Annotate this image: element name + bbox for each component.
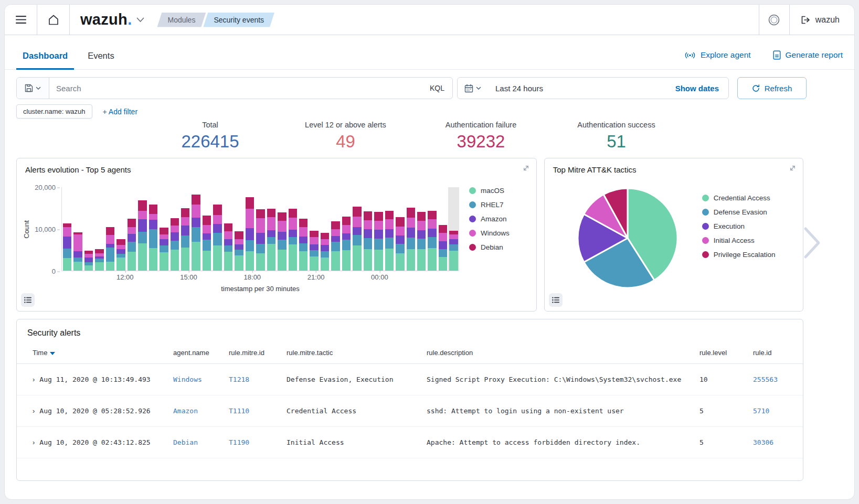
legend-item-credential-access[interactable]: Credential Access bbox=[702, 191, 776, 205]
bar-1[interactable] bbox=[72, 187, 83, 271]
quick-select-button[interactable] bbox=[458, 78, 488, 99]
bar-34[interactable] bbox=[427, 187, 437, 271]
legend-item-rhel7[interactable]: RHEL7 bbox=[469, 198, 510, 212]
legend-item-initial-access[interactable]: Initial Access bbox=[702, 233, 776, 248]
expand-icon[interactable] bbox=[522, 164, 530, 174]
bar-17[interactable] bbox=[245, 187, 255, 271]
refresh-button[interactable]: Refresh bbox=[737, 77, 807, 99]
bar-3[interactable] bbox=[94, 187, 104, 271]
bar-19[interactable] bbox=[266, 187, 277, 271]
column-header-agent-name[interactable]: agent.name bbox=[169, 342, 225, 364]
bar-26[interactable] bbox=[341, 187, 352, 271]
kql-toggle[interactable]: KQL bbox=[422, 78, 452, 99]
bar-20[interactable] bbox=[277, 187, 287, 271]
expand-icon[interactable] bbox=[789, 164, 797, 174]
expand-row-icon[interactable]: › bbox=[33, 438, 35, 446]
bar-15[interactable] bbox=[223, 187, 234, 271]
agent-name-link[interactable]: Windows bbox=[173, 376, 202, 383]
tab-events[interactable]: Events bbox=[81, 51, 120, 69]
bar-14[interactable] bbox=[212, 187, 222, 271]
legend-item-windows[interactable]: Windows bbox=[469, 226, 510, 240]
explore-agent-button[interactable]: Explore agent bbox=[684, 50, 751, 60]
alert-row[interactable]: ›Aug 11, 2020 @ 10:13:49.493WindowsT1218… bbox=[17, 364, 803, 395]
bar-24[interactable] bbox=[320, 187, 330, 271]
bar-27[interactable] bbox=[352, 187, 362, 271]
home-button[interactable] bbox=[37, 5, 70, 35]
wazuh-logo[interactable]: wazuh. bbox=[70, 5, 151, 35]
rule-id-link[interactable]: 30306 bbox=[753, 438, 773, 446]
bar-36[interactable] bbox=[448, 187, 459, 271]
chevron-down-icon[interactable] bbox=[136, 17, 144, 23]
bar-18[interactable] bbox=[255, 187, 266, 271]
agent-name-link[interactable]: Amazon bbox=[173, 407, 198, 415]
column-header-rule-mitre-id[interactable]: rule.mitre.id bbox=[225, 342, 282, 364]
legend-item-execution[interactable]: Execution bbox=[702, 219, 776, 233]
rule-mitre-id-link[interactable]: T1190 bbox=[229, 438, 249, 446]
bar-12[interactable] bbox=[190, 187, 201, 271]
pie-chart[interactable] bbox=[575, 186, 680, 291]
bar-31[interactable] bbox=[395, 187, 405, 271]
add-filter-button[interactable]: + Add filter bbox=[103, 108, 138, 116]
bar-0[interactable] bbox=[62, 187, 72, 271]
bar-25[interactable] bbox=[330, 187, 341, 271]
breadcrumb-modules[interactable]: Modules bbox=[157, 13, 206, 27]
generate-report-button[interactable]: Generate report bbox=[773, 50, 843, 60]
show-dates-button[interactable]: Show dates bbox=[666, 78, 728, 99]
bar-2[interactable] bbox=[83, 187, 94, 271]
bar-10[interactable] bbox=[169, 187, 180, 271]
column-header-time[interactable]: Time bbox=[17, 342, 169, 364]
bar-33[interactable] bbox=[416, 187, 427, 271]
bar-7[interactable] bbox=[137, 187, 147, 271]
legend-item-privilege-escalation[interactable]: Privilege Escalation bbox=[702, 248, 776, 262]
tab-dashboard[interactable]: Dashboard bbox=[16, 51, 74, 69]
column-header-rule-id[interactable]: rule.id bbox=[749, 342, 803, 364]
legend-item-debian[interactable]: Debian bbox=[469, 240, 510, 254]
rule-id-link[interactable]: 255563 bbox=[753, 376, 778, 383]
legend-item-amazon[interactable]: Amazon bbox=[469, 212, 510, 226]
rule-id-link[interactable]: 5710 bbox=[753, 407, 769, 415]
bar-segment-rhel7 bbox=[374, 239, 383, 250]
expand-row-icon[interactable]: › bbox=[33, 376, 35, 383]
legend-label: Windows bbox=[481, 229, 510, 237]
stat-level-12-or-above-alerts: Level 12 or above alerts49 bbox=[278, 121, 413, 152]
bar-29[interactable] bbox=[373, 187, 384, 271]
time-range-value[interactable]: Last 24 hours bbox=[488, 78, 666, 99]
filter-pill[interactable]: cluster.name: wazuh bbox=[16, 104, 92, 119]
column-header-rule-description[interactable]: rule.description bbox=[422, 342, 695, 364]
rule-mitre-id-link[interactable]: T1218 bbox=[229, 376, 249, 383]
agent-name-link[interactable]: Debian bbox=[173, 438, 198, 446]
bar-23[interactable] bbox=[309, 187, 319, 271]
expand-row-icon[interactable]: › bbox=[33, 407, 35, 415]
bar-21[interactable] bbox=[288, 187, 298, 271]
account-menu[interactable]: wazuh bbox=[789, 5, 854, 35]
bar-8[interactable] bbox=[148, 187, 158, 271]
search-input[interactable]: Search bbox=[49, 78, 422, 99]
legend-item-macos[interactable]: macOS bbox=[469, 184, 510, 198]
bar-4[interactable] bbox=[105, 187, 115, 271]
bar-28[interactable] bbox=[363, 187, 373, 271]
legend-toggle-button[interactable] bbox=[21, 293, 35, 307]
next-visualizations-button[interactable] bbox=[803, 226, 822, 262]
breadcrumb-security-events[interactable]: Security events bbox=[203, 13, 274, 27]
bar-16[interactable] bbox=[234, 187, 244, 271]
bar-9[interactable] bbox=[158, 187, 169, 271]
save-query-button[interactable] bbox=[17, 78, 49, 99]
bar-32[interactable] bbox=[406, 187, 416, 271]
rule-mitre-id-link[interactable]: T1110 bbox=[229, 407, 249, 415]
bar-5[interactable] bbox=[115, 187, 126, 271]
bar-segment-windows bbox=[353, 217, 361, 227]
status-button[interactable] bbox=[759, 5, 789, 35]
bar-35[interactable] bbox=[438, 187, 448, 271]
alert-row[interactable]: ›Aug 10, 2020 @ 02:43:12.825DebianT1190I… bbox=[17, 427, 803, 458]
menu-button[interactable] bbox=[5, 5, 37, 35]
bar-11[interactable] bbox=[180, 187, 190, 271]
column-header-rule-level[interactable]: rule.level bbox=[695, 342, 749, 364]
legend-toggle-button[interactable] bbox=[549, 293, 563, 307]
bar-30[interactable] bbox=[384, 187, 395, 271]
bar-22[interactable] bbox=[298, 187, 309, 271]
bar-6[interactable] bbox=[126, 187, 137, 271]
alert-row[interactable]: ›Aug 10, 2020 @ 05:28:52.926AmazonT1110C… bbox=[17, 395, 803, 427]
legend-item-defense-evasion[interactable]: Defense Evasion bbox=[702, 205, 776, 219]
bar-13[interactable] bbox=[202, 187, 212, 271]
column-header-rule-mitre-tactic[interactable]: rule.mitre.tactic bbox=[282, 342, 422, 364]
